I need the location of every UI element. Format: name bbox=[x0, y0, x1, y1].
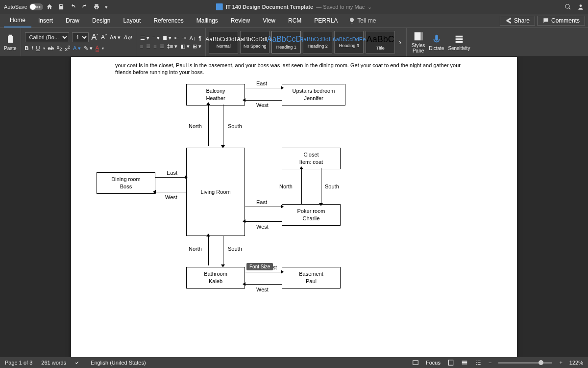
dir-label: West bbox=[165, 194, 177, 200]
zoom-out-button[interactable]: − bbox=[489, 360, 491, 366]
bullets-icon[interactable]: ☰ ▾ bbox=[140, 35, 149, 41]
comments-button[interactable]: Comments bbox=[537, 16, 585, 26]
tell-me-search[interactable]: Tell me bbox=[348, 17, 376, 24]
italic-button[interactable]: I bbox=[32, 45, 33, 51]
sensitivity-button[interactable]: Sensitivity bbox=[448, 34, 470, 51]
share-icon bbox=[505, 17, 512, 24]
tab-mailings[interactable]: Mailings bbox=[191, 14, 224, 27]
font-name-select[interactable]: Calibri (Bo... bbox=[25, 32, 69, 42]
dir-label: South bbox=[325, 184, 339, 189]
home-icon[interactable] bbox=[46, 3, 53, 10]
zoom-level[interactable]: 122% bbox=[569, 360, 583, 366]
document-canvas[interactable]: your coat is in the closet, Paul is in t… bbox=[0, 57, 588, 357]
tab-draw[interactable]: Draw bbox=[60, 14, 85, 27]
sort-icon[interactable]: A↓ bbox=[189, 35, 196, 41]
print-icon[interactable] bbox=[93, 3, 100, 10]
room-living: Living Room bbox=[186, 148, 245, 236]
body-paragraph: your coat is in the closet, Paul is in t… bbox=[115, 62, 478, 76]
clear-format-icon[interactable]: A⊘ bbox=[123, 34, 131, 41]
autosave-toggle[interactable]: AutoSave OFF bbox=[4, 3, 43, 10]
tab-review[interactable]: Review bbox=[225, 14, 256, 27]
increase-indent-icon[interactable]: ⇥ bbox=[182, 35, 186, 41]
decrease-indent-icon[interactable]: ⇤ bbox=[174, 35, 179, 41]
search-icon[interactable] bbox=[564, 3, 571, 10]
sensitivity-icon bbox=[454, 34, 465, 45]
dir-label: East bbox=[256, 199, 267, 205]
style-no-spacing[interactable]: AaBbCcDdEeNo Spacing bbox=[240, 31, 270, 53]
font-size-select[interactable]: 12 bbox=[72, 32, 89, 42]
web-layout-icon[interactable] bbox=[461, 359, 468, 366]
outline-view-icon[interactable] bbox=[475, 359, 482, 366]
increase-font-icon[interactable]: Aˆ bbox=[92, 33, 98, 42]
line-spacing-icon[interactable]: ‡≡ ▾ bbox=[167, 43, 178, 50]
strike-button[interactable]: ab bbox=[48, 45, 54, 51]
font-color-icon[interactable]: A bbox=[96, 45, 99, 52]
mic-icon bbox=[431, 34, 442, 45]
tab-layout[interactable]: Layout bbox=[117, 14, 147, 27]
print-layout-icon[interactable] bbox=[447, 359, 454, 366]
page: your coat is in the closet, Paul is in t… bbox=[71, 57, 517, 357]
page-indicator[interactable]: Page 1 of 3 bbox=[5, 360, 32, 366]
subscript-button[interactable]: x2 bbox=[57, 44, 62, 52]
style-title[interactable]: AaBbCTitle bbox=[366, 31, 395, 53]
chevron-down-icon[interactable]: ⌄ bbox=[368, 4, 372, 10]
room-poker: Poker roomCharlie bbox=[282, 204, 341, 226]
align-center-icon[interactable]: ≣ bbox=[146, 43, 150, 50]
redo-icon[interactable] bbox=[81, 3, 88, 10]
style-normal[interactable]: AaBbCcDdEeNormal bbox=[209, 31, 238, 53]
tab-insert[interactable]: Insert bbox=[32, 14, 59, 27]
room-basement: BasementPaul bbox=[282, 267, 341, 289]
multilevel-icon[interactable]: ≣ ▾ bbox=[163, 35, 172, 41]
tab-design[interactable]: Design bbox=[86, 14, 116, 27]
clipboard-icon[interactable] bbox=[5, 34, 15, 44]
borders-icon[interactable]: ⊞ ▾ bbox=[193, 43, 201, 50]
tab-rcm[interactable]: RCM bbox=[282, 14, 307, 27]
svg-rect-0 bbox=[216, 3, 223, 10]
focus-view-icon[interactable] bbox=[412, 359, 419, 366]
tab-perrla[interactable]: PERRLA bbox=[308, 14, 343, 27]
style-heading-3[interactable]: AaBbCcDdEeHeading 3 bbox=[334, 31, 364, 53]
text-effects-icon[interactable]: A ▾ bbox=[73, 45, 81, 52]
zoom-slider[interactable] bbox=[498, 362, 552, 364]
svg-rect-2 bbox=[413, 361, 418, 365]
focus-label[interactable]: Focus bbox=[426, 360, 441, 366]
change-case-icon[interactable]: Aa ▾ bbox=[110, 34, 121, 41]
tab-view[interactable]: View bbox=[257, 14, 281, 27]
bold-button[interactable]: B bbox=[25, 45, 29, 51]
autosave-switch[interactable]: OFF bbox=[29, 3, 43, 10]
tab-home[interactable]: Home bbox=[4, 14, 31, 27]
dir-label: East bbox=[256, 80, 267, 86]
pilcrow-icon[interactable]: ¶ bbox=[198, 35, 201, 41]
decrease-font-icon[interactable]: Aˇ bbox=[101, 34, 107, 41]
align-left-icon[interactable]: ≡ bbox=[140, 44, 143, 50]
styles-pane-button[interactable]: Styles Pane bbox=[412, 31, 425, 53]
dictate-button[interactable]: Dictate bbox=[429, 34, 444, 51]
dir-label: East bbox=[167, 170, 177, 176]
language-indicator[interactable]: English (United States) bbox=[91, 360, 146, 366]
qat-overflow-icon[interactable]: ▾ bbox=[105, 4, 108, 10]
numbering-icon[interactable]: ≡ ▾ bbox=[152, 35, 160, 41]
share-button[interactable]: Share bbox=[500, 16, 535, 26]
dir-label: West bbox=[256, 287, 269, 292]
account-icon[interactable] bbox=[577, 3, 584, 10]
comment-icon bbox=[542, 17, 549, 24]
style-heading-1[interactable]: AaBbCcDdHeading 1 bbox=[271, 31, 301, 53]
zoom-in-button[interactable]: + bbox=[559, 360, 562, 366]
highlight-icon[interactable]: ✎ ▾ bbox=[84, 45, 93, 52]
spellcheck-icon[interactable] bbox=[75, 359, 82, 366]
styles-gallery[interactable]: AaBbCcDdEeNormal AaBbCcDdEeNo Spacing Aa… bbox=[206, 28, 407, 56]
room-balcony: BalconyHeather bbox=[186, 84, 245, 105]
styles-overflow-icon[interactable]: › bbox=[397, 38, 403, 46]
underline-button[interactable]: U bbox=[36, 45, 40, 51]
align-right-icon[interactable]: ≡ bbox=[153, 44, 156, 50]
word-count[interactable]: 261 words bbox=[41, 360, 66, 366]
tab-references[interactable]: References bbox=[147, 14, 189, 27]
document-title[interactable]: IT 140 Design Document Template — Saved … bbox=[216, 3, 372, 10]
undo-icon[interactable] bbox=[70, 3, 76, 10]
justify-icon[interactable]: ≣ bbox=[160, 43, 164, 50]
styles-pane-icon bbox=[413, 31, 424, 42]
save-icon[interactable] bbox=[58, 3, 65, 10]
shading-icon[interactable]: ◧ ▾ bbox=[180, 43, 190, 50]
style-heading-2[interactable]: AaBbCcDdEeHeading 2 bbox=[303, 31, 332, 53]
superscript-button[interactable]: x2 bbox=[65, 45, 70, 52]
